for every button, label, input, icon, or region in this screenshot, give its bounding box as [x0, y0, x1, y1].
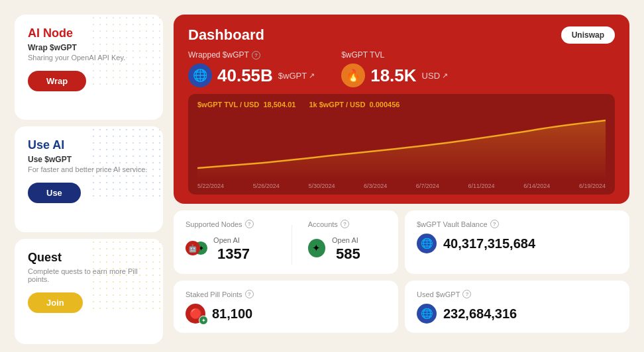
accounts-inner: ✦ Open AI 585: [308, 234, 386, 263]
sidebar-card-quest: Quest Complete quests to earn more Pill …: [15, 239, 163, 344]
chart-x-labels: 5/22/2024 5/26/2024 5/30/2024 6/3/2024 6…: [197, 183, 606, 189]
x-label-2: 5/30/2024: [308, 183, 335, 189]
supported-nodes-info-icon[interactable]: ?: [245, 220, 254, 228]
accounts-title: Accounts ?: [308, 220, 386, 228]
wrapped-info-icon[interactable]: ?: [252, 51, 260, 60]
join-button[interactable]: Join: [28, 292, 83, 313]
divider: [292, 225, 292, 265]
stat-card-nodes-accounts: Supported Nodes ? 🤖 ✦ Open AI 1357: [174, 210, 398, 274]
staked-info-icon[interactable]: ?: [245, 290, 254, 298]
stat-card-used: Used $wGPT ? 🌐 232,684,316: [405, 281, 629, 333]
used-inner: 🌐 232,684,316: [417, 304, 617, 324]
main-content: Dashboard Uniswap Wrapped $wGPT ? 🌐 40.5…: [171, 7, 637, 352]
stat-card-staked: Staked Pill Points ? 🔴 ✦ 81,100: [174, 281, 398, 333]
supported-nodes-title: Supported Nodes ?: [186, 220, 276, 228]
use-ai-subtitle: Use $wGPT: [28, 155, 150, 164]
wrapped-section: Wrapped $wGPT ? 🌐 40.55B $wGPT ↗: [188, 50, 315, 87]
use-ai-desc: For faster and better price AI service.: [28, 165, 150, 173]
tvl-section: $wGPT TVL 🔥 18.5K USD ↗: [341, 50, 448, 87]
stat-card-vault: $wGPT Vault Balance ? 🌐 40,317,315,684: [405, 210, 629, 274]
vault-inner: 🌐 40,317,315,684: [417, 234, 617, 253]
nodes-icon-wrap: 🤖 ✦: [186, 240, 207, 257]
tvl-value-row: 🔥 18.5K USD ↗: [341, 64, 448, 87]
used-icon: 🌐: [417, 304, 437, 324]
x-label-6: 6/14/2024: [523, 183, 550, 189]
x-label-4: 6/7/2024: [416, 183, 439, 189]
app-container: AI Node Wrap $wGPT Sharing your OpenAI A…: [7, 7, 637, 352]
accounts-info-icon[interactable]: ?: [341, 220, 349, 228]
staked-title: Staked Pill Points ?: [186, 290, 386, 298]
sidebar: AI Node Wrap $wGPT Sharing your OpenAI A…: [7, 7, 171, 352]
dashboard-title: Dashboard: [188, 26, 264, 44]
chart-container: $wGPT TVL / USD 18,504.01 1k $wGPT / USD…: [188, 94, 615, 195]
used-title: Used $wGPT ?: [417, 290, 617, 298]
x-label-3: 6/3/2024: [364, 183, 387, 189]
stats-row-2: Staked Pill Points ? 🔴 ✦ 81,100 Used $wG…: [174, 281, 629, 333]
uniswap-button[interactable]: Uniswap: [561, 26, 615, 44]
wrapped-value-row: 🌐 40.55B $wGPT ↗: [188, 64, 315, 87]
vault-title: $wGPT Vault Balance ?: [417, 220, 617, 228]
supported-nodes-inner: 🤖 ✦ Open AI 1357: [186, 234, 276, 263]
ai-node-desc: Sharing your OpenAI API Key.: [28, 54, 150, 62]
staked-value: 81,100: [212, 306, 252, 322]
sidebar-card-ai-node: AI Node Wrap $wGPT Sharing your OpenAI A…: [15, 15, 163, 120]
nodes-icon-red: 🤖: [186, 241, 200, 255]
use-button[interactable]: Use: [28, 183, 81, 203]
staked-inner: 🔴 ✦ 81,100: [186, 304, 386, 324]
used-info-icon[interactable]: ?: [462, 290, 471, 298]
quest-desc: Complete quests to earn more Pill points…: [28, 267, 150, 283]
vault-icon: 🌐: [417, 234, 437, 253]
tvl-row: Wrapped $wGPT ? 🌐 40.55B $wGPT ↗: [188, 50, 615, 87]
wrapped-unit: $wGPT ↗: [278, 71, 315, 81]
x-label-1: 5/26/2024: [253, 183, 280, 189]
tvl-external-link-icon[interactable]: ↗: [442, 71, 448, 80]
chart-stats: $wGPT TVL / USD 18,504.01 1k $wGPT / USD…: [197, 101, 606, 109]
quest-title: Quest: [28, 251, 150, 265]
external-link-icon[interactable]: ↗: [309, 71, 315, 80]
chart-stat-1k: 1k $wGPT / USD 0.000456: [309, 101, 400, 109]
wrapped-label: Wrapped $wGPT ?: [188, 50, 315, 60]
wrap-button[interactable]: Wrap: [28, 71, 86, 91]
tvl-icon: 🔥: [341, 64, 365, 87]
use-ai-title: Use AI: [28, 138, 150, 152]
vault-value: 40,317,315,684: [443, 236, 535, 251]
tvl-unit: USD ↗: [422, 71, 448, 81]
vault-info-icon[interactable]: ?: [490, 220, 499, 228]
chart-stat-tvl: $wGPT TVL / USD 18,504.01: [197, 101, 295, 109]
chart-svg: [197, 114, 606, 180]
used-value: 232,684,316: [443, 306, 517, 322]
staked-icon-wrap: 🔴 ✦: [186, 304, 205, 324]
accounts-label-value: Open AI 585: [332, 234, 386, 263]
stats-row: Supported Nodes ? 🤖 ✦ Open AI 1357: [174, 210, 629, 274]
x-label-5: 6/11/2024: [468, 183, 495, 189]
tvl-value: 18.5K: [370, 66, 416, 86]
dashboard-header: Dashboard Uniswap: [188, 26, 615, 44]
x-label-0: 5/22/2024: [197, 183, 224, 189]
tvl-label: $wGPT TVL: [341, 50, 448, 60]
dashboard-card: Dashboard Uniswap Wrapped $wGPT ? 🌐 40.5…: [174, 15, 629, 204]
sidebar-card-use-ai: Use AI Use $wGPT For faster and better p…: [15, 126, 163, 232]
wrapped-icon: 🌐: [188, 64, 212, 87]
ai-node-subtitle: Wrap $wGPT: [28, 43, 150, 52]
x-label-7: 6/19/2024: [579, 183, 606, 189]
nodes-label-value: Open AI 1357: [213, 234, 276, 263]
wrapped-value: 40.55B: [217, 66, 273, 86]
staked-badge-icon: ✦: [199, 316, 208, 325]
accounts-icon: ✦: [308, 239, 325, 257]
ai-node-title: AI Node: [28, 26, 150, 40]
accounts-section: Accounts ? ✦ Open AI 585: [308, 220, 386, 263]
supported-nodes-section: Supported Nodes ? 🤖 ✦ Open AI 1357: [186, 220, 276, 263]
